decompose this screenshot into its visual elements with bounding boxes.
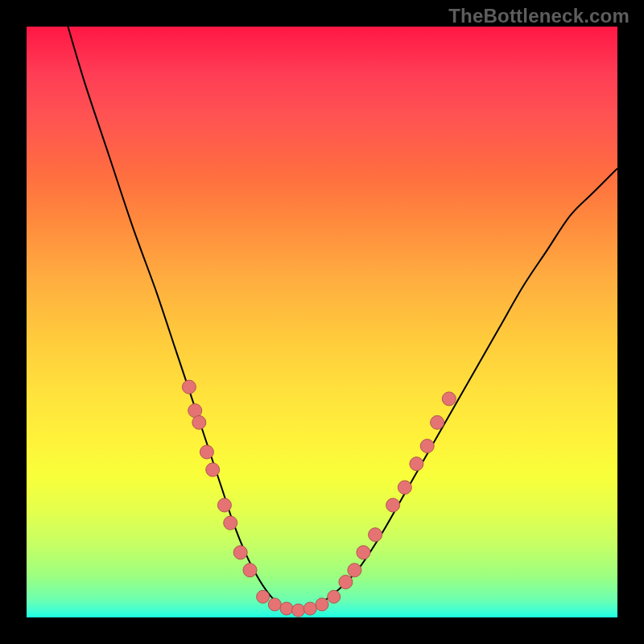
marker-dot [268,598,281,611]
marker-dot [257,590,270,603]
marker-dot [328,590,341,603]
watermark-text: TheBottleneck.com [448,5,630,27]
marker-dot [217,498,231,512]
marker-dot [182,380,196,394]
marker-dot [339,576,353,589]
markers-left [182,380,257,577]
markers-bottom [257,590,341,617]
marker-dot [243,564,257,577]
marker-dot [316,598,328,611]
marker-dot [233,546,247,559]
marker-dot [206,463,220,477]
marker-dot [431,415,444,429]
marker-dot [386,498,400,512]
marker-dot [303,602,316,615]
marker-dot [192,415,206,429]
markers-right [339,392,456,589]
marker-dot [398,481,411,494]
marker-dot [200,445,213,459]
plot-area [27,27,617,617]
marker-dot [280,602,293,615]
marker-dot [369,528,382,542]
marker-dot [357,546,370,559]
marker-dot [292,604,305,617]
bottleneck-curve [68,27,617,613]
marker-dot [442,392,456,406]
chart-svg [27,27,617,617]
chart-stage: TheBottleneck.com [0,0,644,644]
marker-dot [348,564,361,577]
marker-dot [420,440,434,453]
marker-dot [410,457,423,471]
marker-dot [224,516,237,530]
